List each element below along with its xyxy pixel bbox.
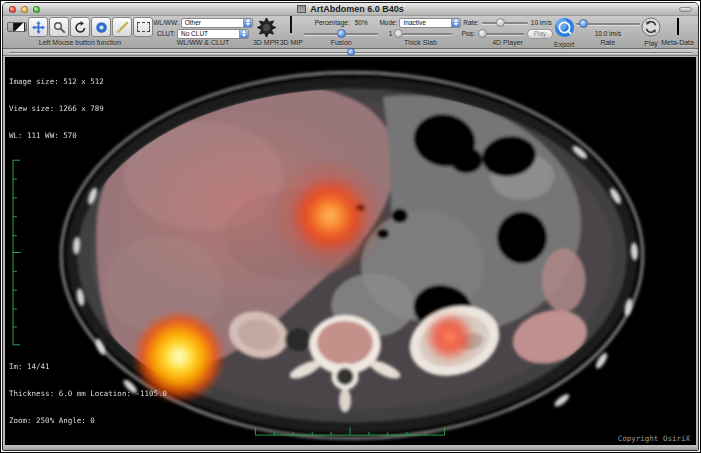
slice-slider-knob[interactable] xyxy=(347,48,355,56)
play-refresh-icon xyxy=(641,17,661,37)
toolbar-group-wlww-clut: WL/WW: Other CLUT: No CLUT WL/WW & CLUT xyxy=(153,17,253,48)
overlay-zoom-angle: Zoom: 250% Angle: 0 xyxy=(9,416,167,425)
fusion-percentage-slider[interactable] xyxy=(304,29,378,38)
slab-mode-select[interactable]: Inactive xyxy=(399,18,461,28)
slider-knob[interactable] xyxy=(394,29,403,38)
export-quicktime-icon xyxy=(554,17,575,38)
slab-thickness-slider[interactable] xyxy=(394,29,452,38)
minimize-button[interactable] xyxy=(21,6,28,13)
metadata-button[interactable] xyxy=(677,17,679,34)
mpr-label: 3D MPR xyxy=(253,39,279,47)
clut-label: CLUT: xyxy=(157,30,175,37)
contrast-icon xyxy=(13,22,25,32)
select-arrows-icon xyxy=(243,19,252,27)
rate-group-label: Rate xyxy=(600,39,615,47)
overlay-slice-info: Im: 14/41 Thickness: 6.0 mm Location: -1… xyxy=(9,344,167,443)
fusion-percentage-value: 50% xyxy=(355,19,368,26)
zoom-tool-button[interactable] xyxy=(49,17,69,37)
slab-mode-label: Mode: xyxy=(379,19,397,26)
toolbar-group-4d-player: Rate: 10 im/s Pos: Play 4D Player xyxy=(462,17,554,48)
slider-knob[interactable] xyxy=(478,29,487,38)
thick-slab-group-label: Thick Slab xyxy=(404,39,437,47)
wlww-select[interactable]: Other xyxy=(181,18,253,28)
window-controls xyxy=(9,6,40,13)
window-bottom-edge xyxy=(3,445,698,450)
wlww-label: WL/WW: xyxy=(153,19,179,26)
toolbar-group-3d-mpr: 3D MPR xyxy=(253,17,279,48)
screenshot-root: ArtAbdomen 6.0 B40s xyxy=(0,0,701,453)
overlay-copyright: Copyright OsiriX xyxy=(618,434,690,443)
image-viewport[interactable]: Image size: 512 x 512 View size: 1266 x … xyxy=(5,57,696,446)
overlay-image-size: Image size: 512 x 512 xyxy=(9,77,104,86)
overlay-wl-ww: WL: 111 WW: 570 xyxy=(9,131,104,140)
slider-knob[interactable] xyxy=(337,29,346,38)
pan-tool-button[interactable] xyxy=(28,17,48,37)
clut-select[interactable]: No CLUT xyxy=(177,29,249,39)
close-button[interactable] xyxy=(9,6,16,13)
4d-play-button[interactable]: Play xyxy=(527,29,554,39)
4d-rate-label: Rate: xyxy=(463,19,479,26)
rotate-tool-button[interactable] xyxy=(70,17,90,37)
toolbar-group-export: Export xyxy=(554,17,575,48)
overlay-image-index: Im: 14/41 xyxy=(9,362,167,371)
slider-groove xyxy=(482,22,528,24)
slider-knob[interactable] xyxy=(496,18,505,27)
slab-thickness-value: 1 xyxy=(389,30,393,37)
rate-slider[interactable] xyxy=(576,19,640,28)
osirix-2d-viewer-window: ArtAbdomen 6.0 B40s xyxy=(2,2,699,451)
magnifier-icon xyxy=(53,21,66,34)
play-button[interactable] xyxy=(641,17,661,40)
toolbar-group-3d-mip: 3D MIP xyxy=(280,17,303,48)
scroll-icon xyxy=(95,21,108,34)
length-tool-button[interactable] xyxy=(112,17,132,37)
toolbar-group-play: Play xyxy=(641,17,661,48)
fusion-percentage-label: Percentage: xyxy=(315,19,350,26)
window-title: ArtAbdomen 6.0 B40s xyxy=(297,4,404,14)
roi-rectangle-tool-button[interactable] xyxy=(133,17,153,37)
play-group-label: Play xyxy=(644,40,658,48)
toolbar-toggle-pill[interactable] xyxy=(679,7,692,12)
toolbar-group-rate: 10.0 im/s Rate xyxy=(575,17,641,48)
4d-player-group-label: 4D Player xyxy=(492,39,523,47)
overlay-view-size: View size: 1266 x 789 xyxy=(9,104,104,113)
zoom-window-button[interactable] xyxy=(33,6,40,13)
overlay-thickness-location: Thickness: 6.0 mm Location: -1105.0 xyxy=(9,389,167,398)
overlay-image-info: Image size: 512 x 512 View size: 1266 x … xyxy=(9,59,104,158)
export-button[interactable] xyxy=(554,17,575,41)
toolbar-group-thick-slab: Mode: Inactive 1 Thick Slab xyxy=(379,17,461,48)
scroll-tool-button[interactable] xyxy=(91,17,111,37)
4d-rate-slider[interactable] xyxy=(482,18,528,27)
metadata-film-icon xyxy=(677,18,679,35)
select-arrows-icon xyxy=(239,30,248,38)
toolbar-group-metadata: Meta-Data xyxy=(661,17,694,48)
pan-icon xyxy=(32,21,45,34)
4d-rate-value: 10 im/s xyxy=(531,19,552,26)
toolbar-group-mouse-function: Left Mouse button function xyxy=(7,17,153,48)
rate-value: 10.0 im/s xyxy=(595,30,621,37)
select-arrows-icon xyxy=(451,19,460,27)
length-icon xyxy=(116,21,129,34)
fusion-group-label: Fusion xyxy=(331,39,352,47)
toolbar: Left Mouse button function WL/WW: Other … xyxy=(3,16,698,49)
export-group-label: Export xyxy=(554,41,574,49)
mouse-group-label: Left Mouse button function xyxy=(39,39,122,47)
wlww-clut-group-label: WL/WW & CLUT xyxy=(177,39,230,47)
document-icon xyxy=(297,5,306,13)
slider-knob[interactable] xyxy=(579,19,588,28)
slice-position-bar xyxy=(3,49,698,56)
mip-label: 3D MIP xyxy=(280,39,303,47)
toolbar-group-fusion: Percentage: 50% Fusion xyxy=(303,17,379,48)
4d-pos-label: Pos: xyxy=(462,30,475,37)
3d-mpr-button[interactable] xyxy=(255,17,278,38)
3d-mpr-gear-icon xyxy=(255,17,278,38)
rotate-icon xyxy=(74,21,87,34)
titlebar[interactable]: ArtAbdomen 6.0 B40s xyxy=(3,3,698,16)
3d-mip-button[interactable] xyxy=(290,17,292,32)
roi-rect-icon xyxy=(137,22,150,32)
contrast-tool-button[interactable] xyxy=(7,22,27,32)
3d-mip-thumbnail-icon xyxy=(290,16,292,33)
metadata-group-label: Meta-Data xyxy=(661,39,694,47)
4d-pos-slider[interactable] xyxy=(478,29,524,38)
